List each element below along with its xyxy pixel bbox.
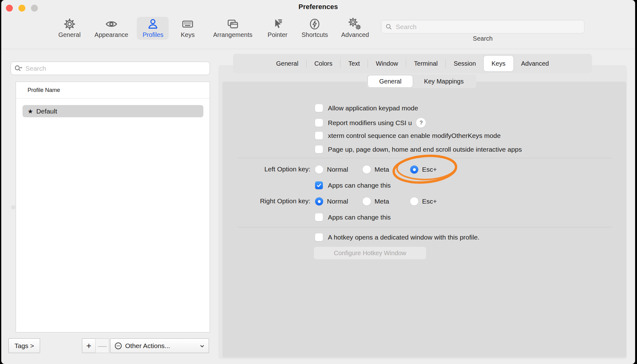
radio-button-normal[interactable] [315,165,323,174]
chevron-down-icon [199,343,205,349]
radio-left-option-meta: Meta [363,165,389,174]
help-button[interactable]: ? [416,118,426,128]
tab-general[interactable]: General [268,56,306,71]
profile-list: Profile Name ★ Default [16,82,210,332]
other-actions-dropdown[interactable]: Other Actions... [110,338,209,353]
search-scope-icon [14,64,23,73]
profile-search-input[interactable] [25,64,195,73]
toolbar-item-keys[interactable]: Keys [181,18,195,38]
radio-button-esc[interactable] [410,197,418,205]
profile-tab-bar: General Colors Text Window Terminal Sess… [233,54,592,73]
toolbar-search-field[interactable] [381,20,584,33]
toolbar-item-general[interactable]: General [58,18,80,38]
toolbar-item-profiles[interactable]: Profiles [143,18,164,38]
tab-keys[interactable]: Keys [484,56,513,71]
checkbox-allow-keypad-mode[interactable] [315,104,323,112]
radio-label: Normal [327,166,348,173]
radio-right-option-normal: Normal [315,197,348,205]
configure-hotkey-window-button[interactable]: Configure Hotkey Window [314,247,426,259]
section-divider [237,227,612,227]
radio-left-option-normal: Normal [315,165,348,174]
radio-button-meta[interactable] [363,197,371,205]
toolbar-item-label: Keys [181,31,195,38]
checkbox-row-apps-change-left: Apps can change this [315,181,391,189]
search-icon [385,23,393,31]
bolt-icon [308,18,321,30]
star-icon: ★ [28,108,33,115]
toolbar-item-label: Arrangements [213,31,252,38]
toolbar-item-appearance[interactable]: Appearance [94,18,128,38]
radio-label: Esc+ [422,166,437,173]
checkbox-xterm-modify-other-keys[interactable] [315,132,323,139]
windows-icon [226,18,239,30]
cursor-icon [271,18,284,30]
radio-right-option-meta: Meta [363,197,389,205]
profile-search-field[interactable] [11,62,210,75]
radio-left-option-esc: Esc+ [410,165,437,174]
ellipsis-circle-icon [114,342,122,350]
checkbox-label: Apps can change this [328,182,391,189]
checkbox-apps-can-change-right[interactable] [315,213,323,221]
radio-label: Meta [375,198,389,205]
tags-button[interactable]: Tags > [8,338,40,353]
preferences-window: Preferences General Appearance [1,0,635,364]
tab-advanced[interactable]: Advanced [513,56,557,71]
checkbox-apps-can-change-left-checked[interactable] [315,181,323,189]
checkbox-label: Apps can change this [328,214,391,221]
checkbox-row-scroll-outside-apps: Page up, page down, home and end scroll … [315,145,522,153]
profile-row-default[interactable]: ★ Default [23,105,203,117]
checkbox-label: Allow application keypad mode [328,104,418,112]
toolbar-item-advanced[interactable]: Advanced [341,18,369,38]
checkbox-hotkey-window[interactable] [315,233,323,241]
remove-profile-button[interactable]: — [95,338,109,353]
tab-window[interactable]: Window [368,56,406,71]
toolbar-item-shortcuts[interactable]: Shortcuts [302,18,328,38]
checkbox-label: Report modifiers using CSI u [328,119,412,127]
radio-button-meta[interactable] [363,165,371,174]
window-title: Preferences [1,3,635,11]
checkbox-report-modifiers-csi-u[interactable] [315,119,323,127]
splitter-handle-dot [11,205,15,210]
tab-colors[interactable]: Colors [307,56,340,71]
radio-label: Esc+ [422,198,437,205]
gear-icon [63,18,76,30]
tab-text[interactable]: Text [340,56,368,71]
double-gear-icon [348,18,362,30]
toolbar-item-label: Shortcuts [302,31,328,38]
checkbox-page-scroll-outside-apps[interactable] [315,145,323,153]
toolbar-item-label: Advanced [341,31,369,38]
profile-list-header: Profile Name [16,82,210,99]
checkbox-row-hotkey-window: A hotkey opens a dedicated window with t… [315,233,479,241]
toolbar-item-pointer[interactable]: Pointer [268,18,287,38]
checkbox-row-modify-other-keys: xterm control sequence can enable modify… [315,132,501,139]
toolbar-search-input[interactable] [395,23,572,31]
subtab-general[interactable]: General [368,75,413,87]
toolbar-divider [1,49,635,49]
section-divider [237,158,612,158]
add-profile-button[interactable]: + [82,338,96,353]
right-option-key-label: Right Option key: [189,197,310,205]
toolbar-item-label: Profiles [143,31,164,38]
checkbox-row-apps-change-right: Apps can change this [315,213,391,221]
subtab-key-mappings[interactable]: Key Mappings [413,75,475,87]
checkbox-row-keypad-mode: Allow application keypad mode [315,104,418,112]
checkbox-label: xterm control sequence can enable modify… [328,132,501,139]
eye-icon [105,18,118,30]
toolbar-item-label: General [58,31,80,38]
radio-label: Meta [375,166,389,173]
tab-terminal[interactable]: Terminal [406,56,446,71]
tab-session[interactable]: Session [446,56,484,71]
radio-right-option-esc: Esc+ [410,197,437,205]
left-option-key-label: Left Option key: [189,165,310,173]
keyboard-icon [181,18,195,30]
toolbar-item-arrangements[interactable]: Arrangements [213,18,252,38]
radio-button-normal-selected[interactable] [315,197,323,205]
toolbar-item-label: Appearance [94,31,128,38]
radio-button-esc-selected[interactable] [410,165,418,174]
checkbox-label: Page up, page down, home and end scroll … [328,146,522,153]
checkbox-label: A hotkey opens a dedicated window with t… [328,234,479,241]
checkmark-icon [316,183,322,188]
toolbar-search-caption: Search [381,35,584,42]
other-actions-label: Other Actions... [125,342,170,350]
keys-subtab-bar: General Key Mappings [367,74,476,88]
